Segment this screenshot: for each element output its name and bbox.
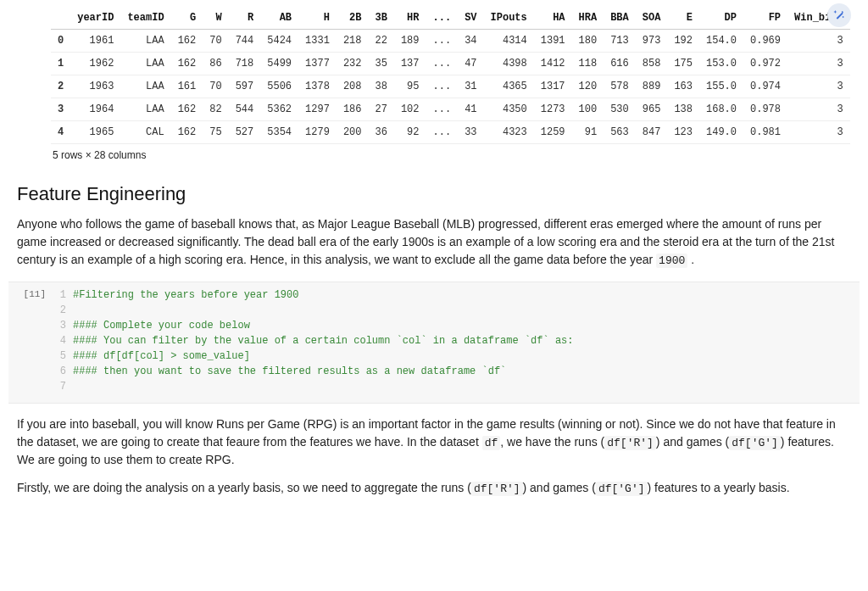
table-cell: 1 bbox=[51, 53, 70, 75]
table-cell: 527 bbox=[229, 121, 261, 144]
column-header: FP bbox=[743, 7, 787, 30]
column-header: AB bbox=[260, 7, 298, 30]
table-cell: 33 bbox=[458, 121, 483, 144]
inline-code: df['G'] bbox=[596, 482, 648, 496]
table-cell: 36 bbox=[369, 121, 394, 144]
table-cell: 4323 bbox=[484, 121, 534, 144]
table-cell: 149.0 bbox=[699, 121, 743, 144]
table-cell: 70 bbox=[203, 30, 228, 53]
paragraph-1: Anyone who follows the game of baseball … bbox=[17, 215, 851, 270]
table-cell: 1391 bbox=[534, 30, 572, 53]
text: ) and games ( bbox=[656, 435, 729, 449]
table-cell: 0.969 bbox=[743, 30, 787, 53]
column-header: 3B bbox=[369, 7, 394, 30]
code-line: 2 bbox=[51, 303, 860, 318]
column-header: SV bbox=[458, 7, 483, 30]
column-header: H bbox=[298, 7, 337, 30]
column-header: R bbox=[229, 7, 261, 30]
table-cell: 70 bbox=[203, 75, 228, 98]
column-header: ... bbox=[426, 7, 459, 30]
table-cell: 5424 bbox=[260, 30, 298, 53]
column-header bbox=[51, 7, 70, 30]
table-cell: 192 bbox=[667, 30, 699, 53]
table-cell: 563 bbox=[604, 121, 636, 144]
table-cell: 31 bbox=[458, 75, 483, 98]
table-cell: 2 bbox=[51, 75, 70, 98]
table-cell: 4365 bbox=[484, 75, 534, 98]
table-cell: LAA bbox=[120, 53, 170, 75]
table-cell: 1412 bbox=[534, 53, 572, 75]
table-cell: 1273 bbox=[534, 98, 572, 121]
table-cell: 218 bbox=[337, 30, 369, 53]
table-cell: 858 bbox=[636, 53, 668, 75]
table-row: 11962LAA162867185499137723235137...47439… bbox=[51, 53, 850, 75]
table-cell: 120 bbox=[572, 75, 604, 98]
code-text: #### then you want to save the filtered … bbox=[73, 364, 506, 379]
code-text: #### Complete your code below bbox=[73, 318, 250, 333]
table-cell: 162 bbox=[171, 53, 203, 75]
table-cell: 100 bbox=[572, 98, 604, 121]
table-cell: 1378 bbox=[298, 75, 337, 98]
paragraph-3: Firstly, we are doing the analysis on a … bbox=[17, 479, 851, 498]
table-cell: 5499 bbox=[260, 53, 298, 75]
table-cell: 616 bbox=[604, 53, 636, 75]
table-cell: 0.972 bbox=[743, 53, 787, 75]
table-cell: 5354 bbox=[260, 121, 298, 144]
code-line: 4#### You can filter by the value of a c… bbox=[51, 333, 860, 348]
table-cell: 180 bbox=[572, 30, 604, 53]
table-cell: 3 bbox=[787, 30, 850, 53]
line-number: 6 bbox=[51, 364, 73, 379]
inline-code: df['G'] bbox=[729, 436, 781, 450]
magic-plot-button[interactable] bbox=[827, 3, 851, 27]
table-cell: 744 bbox=[229, 30, 261, 53]
table-cell: 973 bbox=[636, 30, 668, 53]
code-line: 6#### then you want to save the filtered… bbox=[51, 364, 860, 379]
table-cell: 34 bbox=[458, 30, 483, 53]
table-cell: 1279 bbox=[298, 121, 337, 144]
table-cell: 578 bbox=[604, 75, 636, 98]
line-number: 7 bbox=[51, 379, 73, 394]
table-cell: 27 bbox=[369, 98, 394, 121]
table-cell: 1962 bbox=[70, 53, 120, 75]
text: Firstly, we are doing the analysis on a … bbox=[17, 481, 471, 494]
code-cell[interactable]: [11] 1#Filtering the years before year 1… bbox=[8, 282, 860, 404]
table-cell: 22 bbox=[369, 30, 394, 53]
table-cell: 965 bbox=[636, 98, 668, 121]
table-row: 31964LAA162825445362129718627102...41435… bbox=[51, 98, 850, 121]
table-cell: 3 bbox=[787, 53, 850, 75]
inline-code: 1900 bbox=[656, 254, 687, 268]
table-cell: 118 bbox=[572, 53, 604, 75]
table-cell: 1317 bbox=[534, 75, 572, 98]
table-cell: 137 bbox=[394, 53, 426, 75]
text: ) features to a yearly basis. bbox=[648, 481, 790, 494]
table-cell: 47 bbox=[458, 53, 483, 75]
table-cell: 0 bbox=[51, 30, 70, 53]
code-line: 7 bbox=[51, 379, 860, 394]
line-number: 2 bbox=[51, 303, 73, 318]
table-cell: 154.0 bbox=[699, 30, 743, 53]
table-cell: ... bbox=[426, 98, 459, 121]
inline-code: df['R'] bbox=[471, 482, 523, 496]
table-cell: 3 bbox=[787, 75, 850, 98]
line-number: 4 bbox=[51, 333, 73, 348]
code-body[interactable]: 1#Filtering the years before year 190023… bbox=[51, 282, 860, 403]
table-cell: 889 bbox=[636, 75, 668, 98]
table-cell: 718 bbox=[229, 53, 261, 75]
column-header: HR bbox=[394, 7, 426, 30]
table-cell: 1964 bbox=[70, 98, 120, 121]
column-header: SOA bbox=[636, 7, 668, 30]
table-cell: 138 bbox=[667, 98, 699, 121]
table-cell: LAA bbox=[120, 98, 170, 121]
table-cell: 168.0 bbox=[699, 98, 743, 121]
table-cell: 1331 bbox=[298, 30, 337, 53]
text: . bbox=[687, 253, 694, 266]
table-cell: 5362 bbox=[260, 98, 298, 121]
section-heading: Feature Engineering bbox=[17, 183, 851, 205]
table-cell: 3 bbox=[51, 98, 70, 121]
table-cell: 1965 bbox=[70, 121, 120, 144]
table-cell: CAL bbox=[120, 121, 170, 144]
text: Anyone who follows the game of baseball … bbox=[17, 217, 835, 266]
table-cell: 3 bbox=[787, 121, 850, 144]
table-cell: 0.978 bbox=[743, 98, 787, 121]
code-text: #### df[df[col] > some_value] bbox=[73, 348, 250, 364]
